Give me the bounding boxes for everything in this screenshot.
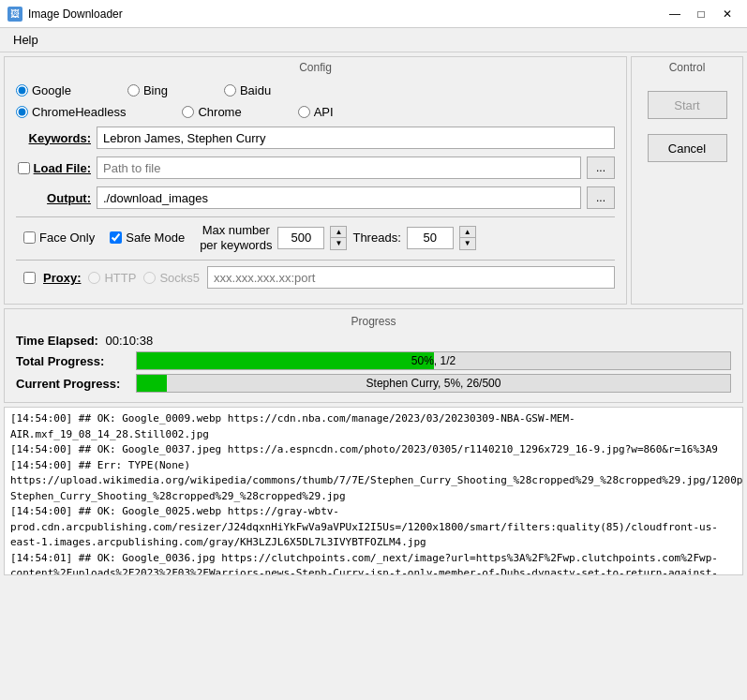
socks5-radio[interactable] — [143, 272, 156, 284]
config-label: Config — [5, 57, 626, 76]
title-bar: 🖼 Image Downloader — □ ✕ — [0, 0, 747, 28]
max-input[interactable] — [277, 227, 324, 249]
log-section: [14:54:00] ## OK: Google_0009.webp https… — [4, 407, 743, 575]
current-progress-bar: Stephen Curry, 5%, 26/500 — [136, 374, 731, 393]
google-radio[interactable] — [16, 84, 28, 97]
control-panel: Control Start Cancel — [631, 56, 743, 305]
control-label: Control — [669, 57, 706, 76]
cancel-button[interactable]: Cancel — [648, 134, 727, 162]
log-line: [14:54:00] ## OK: Google_0025.webp https… — [10, 504, 737, 551]
menu-bar: Help — [0, 28, 747, 52]
radio-http[interactable]: HTTP — [88, 271, 136, 285]
http-label: HTTP — [104, 271, 136, 285]
total-progress-label: Total Progress: — [16, 354, 128, 368]
keywords-input[interactable] — [97, 127, 615, 149]
maximize-button[interactable]: □ — [689, 5, 713, 23]
face-only-label: Face Only — [39, 231, 95, 245]
log-line: [14:54:01] ## OK: Google_0036.jpg https:… — [10, 551, 737, 576]
log-line: [14:54:00] ## OK: Google_0037.jpeg https… — [10, 442, 737, 458]
radio-api[interactable]: API — [298, 105, 334, 119]
options-row: Face Only Safe Mode Max numberper keywor… — [16, 223, 615, 252]
progress-label: Progress — [16, 315, 731, 328]
start-button[interactable]: Start — [648, 91, 727, 119]
socks5-label: Socks5 — [159, 271, 200, 285]
total-progress-row: Total Progress: 50%, 1/2 — [16, 351, 731, 370]
threads-input[interactable] — [407, 227, 454, 249]
total-progress-text: 50%, 1/2 — [137, 352, 730, 369]
config-top: Google Bing Baidu ChromeHeadles — [5, 76, 626, 304]
max-label: Max numberper keywords — [200, 223, 272, 252]
time-elapsed-label: Time Elapsed: 00:10:38 — [16, 334, 153, 348]
main-container: Config Google Bing Baidu — [0, 52, 747, 700]
chrome-radio[interactable] — [182, 106, 194, 118]
app-icon: 🖼 — [7, 7, 22, 22]
log-line: [14:54:00] ## OK: Google_0009.webp https… — [10, 411, 737, 442]
threads-up-button[interactable]: ▲ — [460, 227, 475, 238]
loadfile-row: Load File: ... — [16, 156, 615, 179]
window-controls: — □ ✕ — [663, 5, 740, 23]
api-radio[interactable] — [298, 106, 310, 118]
current-progress-row: Current Progress: Stephen Curry, 5%, 26/… — [16, 374, 731, 393]
baidu-radio[interactable] — [224, 84, 236, 97]
divider-2 — [16, 260, 615, 261]
safe-mode-item: Safe Mode — [110, 231, 185, 245]
minimize-button[interactable]: — — [663, 5, 687, 23]
safe-mode-checkbox[interactable] — [110, 231, 122, 244]
keywords-label: Keywords: — [16, 131, 91, 145]
max-up-button[interactable]: ▲ — [331, 227, 346, 238]
chromeheadless-radio[interactable] — [16, 106, 28, 118]
proxy-row: Proxy: HTTP Socks5 — [16, 266, 615, 289]
log-line: [14:54:00] ## Err: TYPE(None) https://up… — [10, 458, 737, 505]
proxy-label: Proxy: — [43, 271, 81, 285]
current-progress-label: Current Progress: — [16, 377, 128, 391]
window-title: Image Downloader — [28, 7, 123, 21]
radio-chrome[interactable]: Chrome — [182, 105, 241, 119]
time-elapsed-row: Time Elapsed: 00:10:38 — [16, 334, 731, 348]
http-radio[interactable] — [88, 272, 100, 284]
engine-row-1: Google Bing Baidu — [16, 83, 615, 97]
load-file-label: Load File: — [34, 161, 91, 175]
total-progress-bar: 50%, 1/2 — [136, 351, 731, 370]
progress-section: Progress Time Elapsed: 00:10:38 Total Pr… — [4, 308, 743, 403]
api-label: API — [314, 105, 334, 119]
radio-chromeheadless[interactable]: ChromeHeadless — [16, 105, 126, 119]
current-progress-text: Stephen Curry, 5%, 26/500 — [137, 375, 730, 392]
max-down-button[interactable]: ▼ — [331, 238, 346, 249]
output-label: Output: — [16, 191, 91, 205]
keywords-row: Keywords: — [16, 127, 615, 149]
browse-output-button[interactable]: ... — [587, 186, 615, 209]
top-section: Config Google Bing Baidu — [0, 52, 747, 308]
load-file-checkbox[interactable] — [18, 162, 30, 174]
radio-baidu[interactable]: Baidu — [224, 83, 271, 97]
engine-row-2: ChromeHeadless Chrome API — [16, 105, 615, 119]
title-bar-left: 🖼 Image Downloader — [7, 7, 123, 22]
proxy-checkbox[interactable] — [23, 272, 36, 284]
radio-socks5[interactable]: Socks5 — [143, 271, 200, 285]
file-path-input[interactable] — [97, 156, 581, 179]
config-panel: Config Google Bing Baidu — [4, 56, 627, 305]
close-button[interactable]: ✕ — [715, 5, 740, 23]
menu-help[interactable]: Help — [7, 31, 44, 49]
face-only-item: Face Only — [23, 231, 95, 245]
bing-radio[interactable] — [127, 84, 140, 97]
threads-down-button[interactable]: ▼ — [460, 238, 475, 249]
chromeheadless-label: ChromeHeadless — [32, 105, 126, 119]
face-only-checkbox[interactable] — [23, 231, 36, 244]
divider-1 — [16, 216, 615, 217]
output-row: Output: ... — [16, 186, 615, 209]
chrome-label: Chrome — [198, 105, 241, 119]
max-section: Max numberper keywords ▲ ▼ Threads: ▲ ▼ — [200, 223, 476, 252]
radio-google[interactable]: Google — [16, 83, 71, 97]
bing-label: Bing — [143, 83, 168, 97]
proxy-input[interactable] — [207, 266, 615, 289]
baidu-label: Baidu — [240, 83, 271, 97]
threads-label: Threads: — [352, 231, 400, 245]
output-input[interactable] — [97, 186, 581, 209]
safe-mode-label: Safe Mode — [126, 231, 185, 245]
google-label: Google — [32, 83, 71, 97]
radio-bing[interactable]: Bing — [127, 83, 168, 97]
browse-file-button[interactable]: ... — [587, 156, 615, 179]
